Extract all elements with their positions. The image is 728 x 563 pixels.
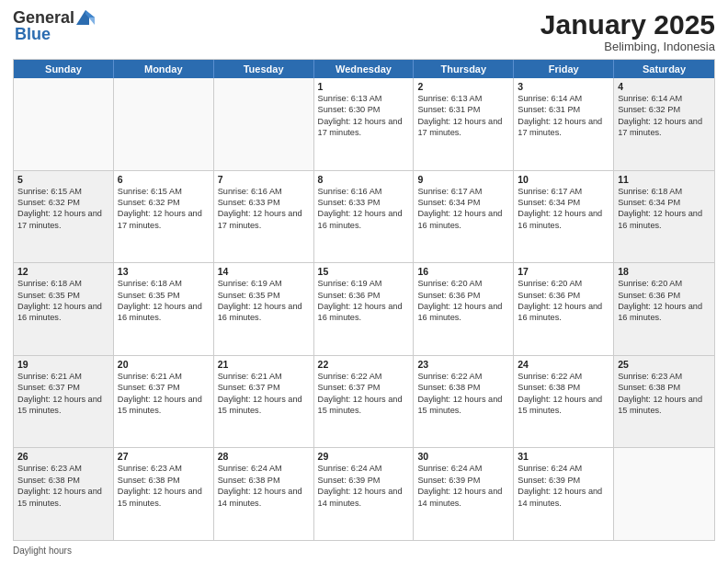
day-number: 24	[518, 359, 609, 370]
day-number: 4	[618, 81, 711, 92]
cal-cell-0-4: 2Sunrise: 6:13 AM Sunset: 6:31 PM Daylig…	[414, 78, 514, 170]
cal-cell-1-1: 6Sunrise: 6:15 AM Sunset: 6:32 PM Daylig…	[114, 171, 214, 263]
day-info: Sunrise: 6:24 AM Sunset: 6:38 PM Dayligh…	[218, 463, 310, 509]
calendar-row-4: 26Sunrise: 6:23 AM Sunset: 6:38 PM Dayli…	[14, 448, 714, 540]
day-info: Sunrise: 6:14 AM Sunset: 6:31 PM Dayligh…	[518, 93, 609, 139]
day-number: 3	[518, 81, 609, 92]
cal-cell-3-2: 21Sunrise: 6:21 AM Sunset: 6:37 PM Dayli…	[214, 356, 314, 448]
cal-cell-3-0: 19Sunrise: 6:21 AM Sunset: 6:37 PM Dayli…	[14, 356, 114, 448]
cal-cell-1-3: 8Sunrise: 6:16 AM Sunset: 6:33 PM Daylig…	[314, 171, 415, 263]
footer-label: Daylight hours	[13, 546, 72, 556]
day-number: 18	[618, 266, 711, 277]
calendar-body: 1Sunrise: 6:13 AM Sunset: 6:30 PM Daylig…	[14, 78, 714, 540]
page: General Blue January 2025 Belimbing, Ind…	[0, 0, 728, 563]
day-info: Sunrise: 6:21 AM Sunset: 6:37 PM Dayligh…	[17, 371, 109, 417]
header-day-saturday: Saturday	[614, 60, 714, 78]
cal-cell-3-5: 24Sunrise: 6:22 AM Sunset: 6:38 PM Dayli…	[514, 356, 614, 448]
cal-cell-4-0: 26Sunrise: 6:23 AM Sunset: 6:38 PM Dayli…	[14, 448, 114, 540]
day-info: Sunrise: 6:19 AM Sunset: 6:35 PM Dayligh…	[218, 278, 310, 324]
day-info: Sunrise: 6:18 AM Sunset: 6:35 PM Dayligh…	[118, 278, 210, 324]
day-info: Sunrise: 6:17 AM Sunset: 6:34 PM Dayligh…	[417, 186, 509, 232]
header-day-monday: Monday	[114, 60, 214, 78]
day-number: 17	[518, 266, 609, 277]
day-info: Sunrise: 6:23 AM Sunset: 6:38 PM Dayligh…	[618, 371, 711, 417]
day-number: 5	[17, 174, 109, 185]
day-info: Sunrise: 6:21 AM Sunset: 6:37 PM Dayligh…	[118, 371, 210, 417]
cal-cell-2-6: 18Sunrise: 6:20 AM Sunset: 6:36 PM Dayli…	[614, 263, 714, 355]
day-number: 2	[417, 81, 509, 92]
logo-blue-text: Blue	[15, 25, 51, 43]
cal-cell-2-2: 14Sunrise: 6:19 AM Sunset: 6:35 PM Dayli…	[214, 263, 314, 355]
cal-cell-4-2: 28Sunrise: 6:24 AM Sunset: 6:38 PM Dayli…	[214, 448, 314, 540]
cal-cell-3-6: 25Sunrise: 6:23 AM Sunset: 6:38 PM Dayli…	[614, 356, 714, 448]
day-number: 22	[318, 359, 410, 370]
day-number: 23	[417, 359, 509, 370]
day-info: Sunrise: 6:23 AM Sunset: 6:38 PM Dayligh…	[17, 463, 109, 509]
day-info: Sunrise: 6:18 AM Sunset: 6:34 PM Dayligh…	[618, 186, 711, 232]
header-day-friday: Friday	[514, 60, 614, 78]
day-number: 6	[118, 174, 210, 185]
day-info: Sunrise: 6:20 AM Sunset: 6:36 PM Dayligh…	[518, 278, 609, 324]
day-info: Sunrise: 6:18 AM Sunset: 6:35 PM Dayligh…	[17, 278, 109, 324]
header: General Blue January 2025 Belimbing, Ind…	[13, 9, 715, 53]
day-info: Sunrise: 6:22 AM Sunset: 6:38 PM Dayligh…	[518, 371, 609, 417]
day-info: Sunrise: 6:21 AM Sunset: 6:37 PM Dayligh…	[218, 371, 310, 417]
day-number: 9	[417, 174, 509, 185]
calendar-row-2: 12Sunrise: 6:18 AM Sunset: 6:35 PM Dayli…	[14, 263, 714, 356]
cal-cell-1-0: 5Sunrise: 6:15 AM Sunset: 6:32 PM Daylig…	[14, 171, 114, 263]
day-number: 20	[118, 359, 210, 370]
day-number: 26	[17, 451, 109, 462]
calendar: SundayMondayTuesdayWednesdayThursdayFrid…	[13, 59, 715, 541]
logo-general-text: General	[13, 9, 74, 26]
cal-cell-2-5: 17Sunrise: 6:20 AM Sunset: 6:36 PM Dayli…	[514, 263, 614, 355]
cal-cell-4-3: 29Sunrise: 6:24 AM Sunset: 6:39 PM Dayli…	[314, 448, 415, 540]
day-number: 29	[318, 451, 410, 462]
day-info: Sunrise: 6:15 AM Sunset: 6:32 PM Dayligh…	[118, 186, 210, 232]
cal-cell-1-4: 9Sunrise: 6:17 AM Sunset: 6:34 PM Daylig…	[414, 171, 514, 263]
day-number: 27	[118, 451, 210, 462]
cal-cell-3-1: 20Sunrise: 6:21 AM Sunset: 6:37 PM Dayli…	[114, 356, 214, 448]
day-number: 21	[218, 359, 310, 370]
day-number: 25	[618, 359, 711, 370]
logo-icon	[76, 10, 95, 25]
day-number: 30	[417, 451, 509, 462]
day-number: 7	[218, 174, 310, 185]
month-title: January 2025	[540, 9, 715, 40]
cal-cell-4-1: 27Sunrise: 6:23 AM Sunset: 6:38 PM Dayli…	[114, 448, 214, 540]
day-number: 8	[318, 174, 410, 185]
calendar-header: SundayMondayTuesdayWednesdayThursdayFrid…	[14, 60, 714, 78]
day-info: Sunrise: 6:23 AM Sunset: 6:38 PM Dayligh…	[118, 463, 210, 509]
cal-cell-1-6: 11Sunrise: 6:18 AM Sunset: 6:34 PM Dayli…	[614, 171, 714, 263]
day-info: Sunrise: 6:13 AM Sunset: 6:31 PM Dayligh…	[417, 93, 509, 139]
day-number: 11	[618, 174, 711, 185]
cal-cell-1-2: 7Sunrise: 6:16 AM Sunset: 6:33 PM Daylig…	[214, 171, 314, 263]
cal-cell-4-4: 30Sunrise: 6:24 AM Sunset: 6:39 PM Dayli…	[414, 448, 514, 540]
calendar-row-3: 19Sunrise: 6:21 AM Sunset: 6:37 PM Dayli…	[14, 356, 714, 449]
cal-cell-2-0: 12Sunrise: 6:18 AM Sunset: 6:35 PM Dayli…	[14, 263, 114, 355]
day-number: 13	[118, 266, 210, 277]
day-info: Sunrise: 6:20 AM Sunset: 6:36 PM Dayligh…	[618, 278, 711, 324]
calendar-row-1: 5Sunrise: 6:15 AM Sunset: 6:32 PM Daylig…	[14, 171, 714, 264]
day-info: Sunrise: 6:20 AM Sunset: 6:36 PM Dayligh…	[417, 278, 509, 324]
cal-cell-0-1	[114, 78, 214, 170]
cal-cell-2-4: 16Sunrise: 6:20 AM Sunset: 6:36 PM Dayli…	[414, 263, 514, 355]
cal-cell-1-5: 10Sunrise: 6:17 AM Sunset: 6:34 PM Dayli…	[514, 171, 614, 263]
cal-cell-0-3: 1Sunrise: 6:13 AM Sunset: 6:30 PM Daylig…	[314, 78, 415, 170]
day-info: Sunrise: 6:13 AM Sunset: 6:30 PM Dayligh…	[318, 93, 410, 139]
cal-cell-4-6	[614, 448, 714, 540]
logo: General Blue	[13, 9, 95, 42]
day-info: Sunrise: 6:16 AM Sunset: 6:33 PM Dayligh…	[218, 186, 310, 232]
header-day-tuesday: Tuesday	[214, 60, 314, 78]
header-day-thursday: Thursday	[414, 60, 514, 78]
footer: Daylight hours	[13, 546, 715, 556]
day-info: Sunrise: 6:15 AM Sunset: 6:32 PM Dayligh…	[17, 186, 109, 232]
day-info: Sunrise: 6:17 AM Sunset: 6:34 PM Dayligh…	[518, 186, 609, 232]
day-info: Sunrise: 6:24 AM Sunset: 6:39 PM Dayligh…	[318, 463, 410, 509]
day-info: Sunrise: 6:14 AM Sunset: 6:32 PM Dayligh…	[618, 93, 711, 139]
day-number: 31	[518, 451, 609, 462]
day-number: 1	[318, 81, 410, 92]
cal-cell-3-4: 23Sunrise: 6:22 AM Sunset: 6:38 PM Dayli…	[414, 356, 514, 448]
cal-cell-0-2	[214, 78, 314, 170]
day-info: Sunrise: 6:24 AM Sunset: 6:39 PM Dayligh…	[518, 463, 609, 509]
header-day-wednesday: Wednesday	[314, 60, 415, 78]
